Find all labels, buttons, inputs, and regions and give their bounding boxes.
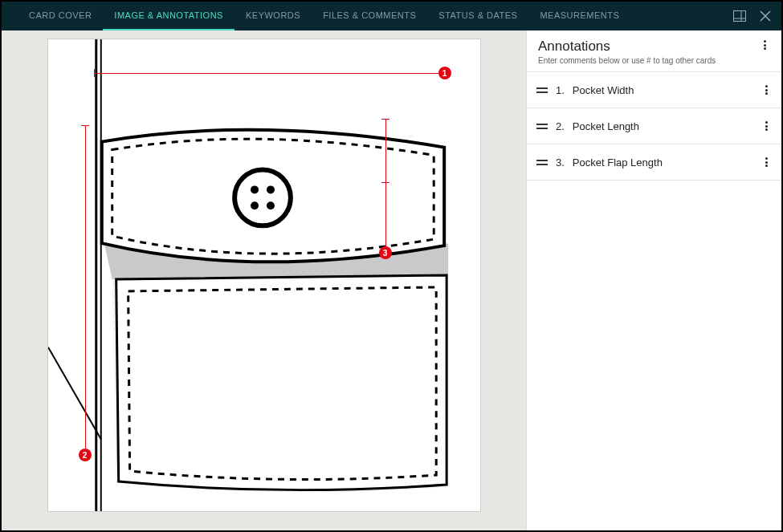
annotation-label: Pocket Flap Length bbox=[573, 156, 752, 169]
annotation-label: Pocket Length bbox=[573, 120, 752, 132]
measure-tick bbox=[81, 125, 89, 126]
measure-tick bbox=[381, 119, 389, 120]
tab-image-annotations[interactable]: IMAGE & ANNOTATIONS bbox=[103, 2, 234, 30]
close-icon[interactable] bbox=[759, 10, 772, 22]
content: 1 2 3 Annotations Enter comments below o… bbox=[2, 30, 781, 530]
svg-point-11 bbox=[251, 201, 259, 209]
svg-point-8 bbox=[234, 169, 291, 225]
annotation-number: 1. bbox=[556, 84, 565, 96]
row-menu-icon[interactable] bbox=[761, 156, 772, 169]
annotation-row[interactable]: 3. Pocket Flap Length bbox=[527, 144, 781, 181]
tab-measurements[interactable]: MEASUREMENTS bbox=[528, 2, 630, 30]
tab-card-cover[interactable]: CARD COVER bbox=[18, 2, 103, 30]
annotations-sidebar: Annotations Enter comments below or use … bbox=[526, 30, 781, 530]
marker-3[interactable]: 3 bbox=[379, 246, 392, 259]
drag-handle-icon[interactable] bbox=[536, 124, 548, 129]
sidebar-menu-icon[interactable] bbox=[759, 39, 770, 51]
svg-rect-0 bbox=[734, 11, 746, 22]
svg-point-9 bbox=[251, 185, 259, 193]
sidebar-title: Annotations bbox=[538, 39, 759, 55]
measure-tick bbox=[94, 69, 95, 77]
measure-line-flap bbox=[385, 120, 386, 248]
sketch-wrap: 1 2 3 bbox=[47, 39, 481, 512]
drag-handle-icon[interactable] bbox=[536, 160, 548, 165]
row-menu-icon[interactable] bbox=[761, 120, 772, 132]
topbar: CARD COVER IMAGE & ANNOTATIONS KEYWORDS … bbox=[2, 2, 781, 30]
svg-point-10 bbox=[266, 185, 274, 193]
annotation-row[interactable]: 2. Pocket Length bbox=[527, 108, 781, 144]
annotation-number: 2. bbox=[556, 120, 565, 132]
annotation-number: 3. bbox=[556, 156, 565, 169]
tabs: CARD COVER IMAGE & ANNOTATIONS KEYWORDS … bbox=[18, 2, 733, 30]
annotation-label: Pocket Width bbox=[573, 84, 752, 96]
pocket-sketch bbox=[48, 39, 480, 511]
drag-handle-icon[interactable] bbox=[536, 87, 548, 93]
marker-2[interactable]: 2 bbox=[79, 449, 92, 461]
sidebar-header: Annotations Enter comments below or use … bbox=[527, 30, 781, 72]
svg-line-7 bbox=[48, 347, 101, 440]
row-menu-icon[interactable] bbox=[761, 83, 772, 96]
annotation-row[interactable]: 1. Pocket Width bbox=[527, 72, 781, 108]
tab-files-comments[interactable]: FILES & COMMENTS bbox=[312, 2, 427, 30]
tab-status-dates[interactable]: STATUS & DATES bbox=[427, 2, 528, 30]
measure-line-width bbox=[95, 73, 442, 74]
topbar-actions bbox=[733, 10, 772, 22]
measure-line-length bbox=[85, 126, 86, 450]
tab-keywords[interactable]: KEYWORDS bbox=[234, 2, 312, 30]
marker-1[interactable]: 1 bbox=[438, 67, 451, 79]
layout-icon[interactable] bbox=[733, 10, 746, 22]
measure-tick bbox=[381, 182, 389, 183]
sidebar-subtitle: Enter comments below or use # to tag oth… bbox=[538, 56, 759, 65]
canvas-area[interactable]: 1 2 3 bbox=[2, 30, 526, 530]
svg-point-12 bbox=[266, 201, 274, 209]
